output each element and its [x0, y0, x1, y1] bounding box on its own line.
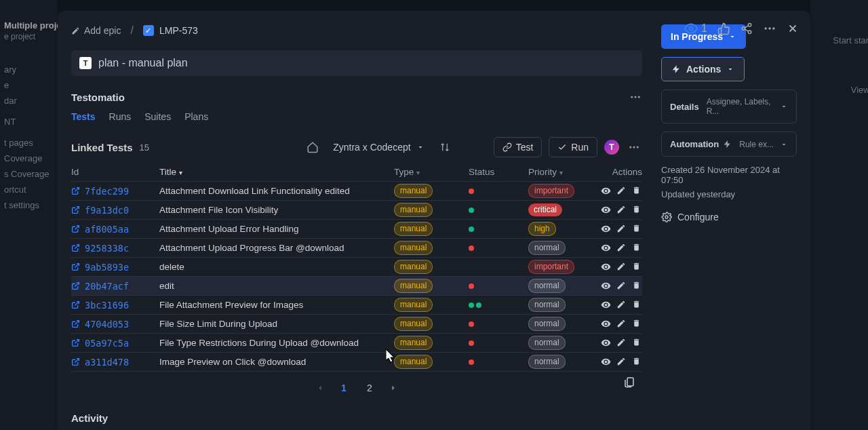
col-status[interactable]: Status	[469, 167, 528, 177]
sort-icon[interactable]	[437, 139, 453, 155]
external-link-icon[interactable]	[71, 357, 81, 367]
test-id-link[interactable]: af8005aa	[85, 224, 129, 235]
edit-action[interactable]	[616, 186, 627, 196]
table-row[interactable]: 4704d053File Size Limit During Uploadman…	[71, 315, 642, 334]
test-id-link[interactable]: a311d478	[85, 357, 129, 368]
view-action[interactable]	[601, 224, 611, 234]
status-cell	[469, 246, 528, 251]
project-selector[interactable]: Zyntra x Codecept	[328, 138, 429, 157]
delete-action[interactable]	[632, 281, 642, 291]
status-cell	[469, 227, 528, 232]
test-id-link[interactable]: 7fdec299	[85, 186, 129, 197]
test-id-link[interactable]: 4704d053	[85, 319, 129, 330]
view-action[interactable]	[601, 338, 611, 348]
test-button[interactable]: Test	[494, 137, 542, 157]
delete-action[interactable]	[632, 205, 642, 215]
view-action[interactable]	[601, 243, 611, 253]
view-action[interactable]	[601, 262, 611, 272]
delete-action[interactable]	[632, 243, 642, 253]
home-icon[interactable]	[304, 139, 321, 155]
test-id-link[interactable]: 3bc31696	[85, 300, 129, 311]
col-id[interactable]: Id	[71, 167, 159, 177]
tab-runs[interactable]: Runs	[109, 109, 132, 125]
table-row[interactable]: 3bc31696File Attachment Preview for Imag…	[71, 296, 642, 315]
edit-action[interactable]	[616, 205, 627, 215]
more-button[interactable]	[763, 22, 776, 35]
delete-action[interactable]	[632, 338, 642, 348]
edit-action[interactable]	[616, 224, 627, 234]
test-id-link[interactable]: 20b47acf	[85, 281, 129, 292]
table-row[interactable]: 20b47acfeditmanualnormal	[71, 277, 642, 296]
table-row[interactable]: f9a13dc0Attachment File Icon Visibilitym…	[71, 201, 642, 220]
page-copy-action[interactable]	[623, 376, 635, 388]
edit-action[interactable]	[616, 338, 627, 348]
page-current[interactable]: 1	[337, 383, 351, 393]
delete-action[interactable]	[632, 224, 642, 234]
like-button[interactable]	[717, 22, 730, 35]
external-link-icon[interactable]	[71, 319, 81, 329]
tool-logo[interactable]: T	[604, 140, 619, 155]
delete-action[interactable]	[632, 319, 642, 329]
edit-action[interactable]	[616, 319, 627, 329]
svg-point-4	[633, 146, 635, 149]
run-button[interactable]: Run	[549, 137, 597, 157]
edit-action[interactable]	[616, 300, 627, 310]
close-button[interactable]	[786, 22, 800, 35]
test-id-link[interactable]: f9a13dc0	[85, 205, 129, 216]
section-more-button[interactable]	[629, 91, 642, 103]
view-action[interactable]	[601, 186, 611, 196]
delete-action[interactable]	[632, 357, 642, 367]
view-action[interactable]	[601, 300, 611, 310]
table-row[interactable]: af8005aaAttachment Upload Error Handling…	[71, 220, 642, 239]
details-card[interactable]: Details Assignee, Labels, R...	[661, 90, 797, 123]
tab-plans[interactable]: Plans	[184, 109, 208, 125]
linked-more-button[interactable]	[626, 139, 642, 155]
external-link-icon[interactable]	[71, 224, 81, 234]
table-row[interactable]: 9258338cAttachment Upload Progress Bar @…	[71, 239, 642, 258]
external-link-icon[interactable]	[71, 187, 81, 196]
configure-button[interactable]: Configure	[661, 212, 797, 222]
svg-point-0	[631, 96, 633, 98]
automation-card[interactable]: Automation Rule ex...	[661, 132, 797, 157]
external-link-icon[interactable]	[71, 338, 81, 348]
test-id-link[interactable]: 05a97c5a	[85, 338, 129, 349]
delete-action[interactable]	[632, 186, 642, 196]
col-title[interactable]: Title ▾	[159, 167, 394, 177]
edit-action[interactable]	[616, 281, 627, 291]
table-row[interactable]: 05a97c5aFile Type Restrictions During Up…	[71, 334, 642, 353]
external-link-icon[interactable]	[71, 281, 81, 291]
test-id-link[interactable]: 9258338c	[85, 243, 129, 254]
view-action[interactable]	[601, 319, 611, 329]
delete-action[interactable]	[632, 300, 642, 310]
test-id-link[interactable]: 9ab5893e	[85, 262, 129, 273]
share-button[interactable]	[740, 22, 753, 35]
table-row[interactable]: a311d478Image Preview on Click @download…	[71, 353, 642, 372]
ticket-chip[interactable]: ✓ LMP-573	[143, 25, 198, 36]
automation-sub: Rule ex...	[739, 140, 774, 149]
view-action[interactable]	[601, 205, 611, 215]
table-row[interactable]: 7fdec299Attachment Download Link Functio…	[71, 182, 642, 201]
delete-action[interactable]	[632, 262, 642, 272]
actions-button[interactable]: Actions	[661, 57, 745, 81]
watch-button[interactable]: 1	[684, 22, 707, 35]
edit-action[interactable]	[616, 243, 627, 253]
col-priority[interactable]: Priority ▾	[528, 167, 593, 177]
tab-tests[interactable]: Tests	[71, 109, 96, 125]
bg-standup: Start stand-up	[833, 35, 868, 45]
view-action[interactable]	[601, 281, 611, 291]
external-link-icon[interactable]	[71, 243, 81, 253]
edit-action[interactable]	[616, 262, 627, 272]
page-next[interactable]	[389, 383, 398, 393]
page-2[interactable]: 2	[363, 383, 376, 393]
view-action[interactable]	[601, 357, 611, 367]
external-link-icon[interactable]	[71, 300, 81, 310]
external-link-icon[interactable]	[71, 262, 81, 272]
page-prev[interactable]	[315, 383, 325, 393]
add-epic-button[interactable]: Add epic	[71, 25, 121, 36]
external-link-icon[interactable]	[71, 206, 81, 215]
edit-action[interactable]	[616, 357, 627, 367]
col-type[interactable]: Type ▾	[394, 167, 469, 177]
title-input[interactable]: T plan - manual plan	[71, 50, 642, 76]
table-row[interactable]: 9ab5893edeletemanualimportant	[71, 258, 642, 277]
tab-suites[interactable]: Suites	[144, 109, 171, 125]
